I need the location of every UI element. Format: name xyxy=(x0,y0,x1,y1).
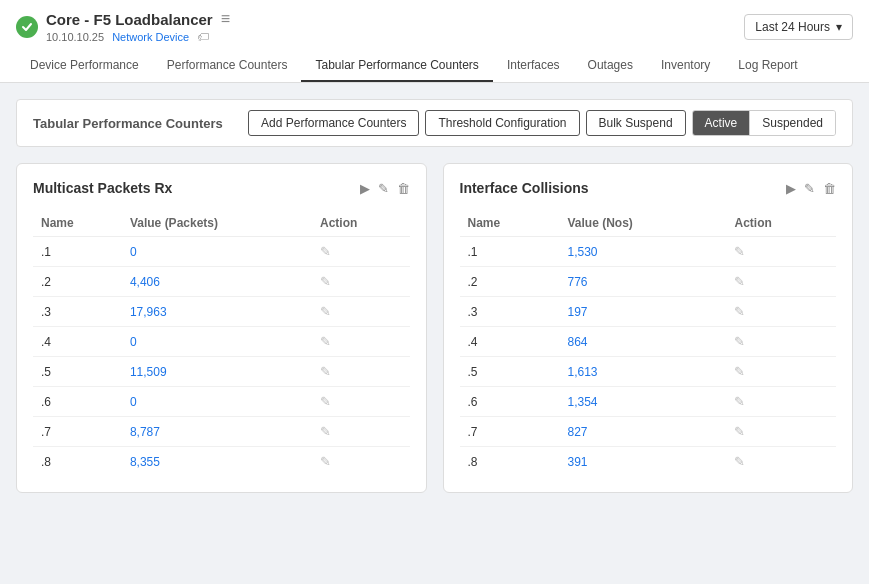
row-name: .6 xyxy=(33,387,122,417)
edit-icon[interactable]: ✎ xyxy=(804,181,815,196)
row-name: .7 xyxy=(460,417,560,447)
name-header: Name xyxy=(460,210,560,237)
row-action: ✎ xyxy=(312,447,409,477)
row-name: .2 xyxy=(33,267,122,297)
row-action: ✎ xyxy=(726,387,836,417)
row-name: .4 xyxy=(33,327,122,357)
network-device-link[interactable]: Network Device xyxy=(112,31,189,43)
multicast-table-header: Name Value (Packets) Action xyxy=(33,210,410,237)
row-value[interactable]: 776 xyxy=(559,267,726,297)
row-edit-icon[interactable]: ✎ xyxy=(734,244,745,259)
tab-tabular-performance-counters[interactable]: Tabular Performance Counters xyxy=(301,50,492,82)
row-edit-icon[interactable]: ✎ xyxy=(320,274,331,289)
value-header: Value (Nos) xyxy=(559,210,726,237)
table-row: .1 1,530 ✎ xyxy=(460,237,837,267)
tab-outages[interactable]: Outages xyxy=(574,50,647,82)
row-value[interactable]: 1,530 xyxy=(559,237,726,267)
row-action: ✎ xyxy=(726,357,836,387)
row-value[interactable]: 0 xyxy=(122,387,312,417)
toolbar: Tabular Performance Counters Add Perform… xyxy=(16,99,853,147)
row-value[interactable]: 17,963 xyxy=(122,297,312,327)
tag-icon: 🏷 xyxy=(197,30,209,44)
table-row: .6 1,354 ✎ xyxy=(460,387,837,417)
delete-icon[interactable]: 🗑 xyxy=(397,181,410,196)
toolbar-title: Tabular Performance Counters xyxy=(33,116,223,131)
row-edit-icon[interactable]: ✎ xyxy=(320,334,331,349)
row-value[interactable]: 864 xyxy=(559,327,726,357)
play-icon[interactable]: ▶ xyxy=(786,181,796,196)
nav-tabs: Device Performance Performance Counters … xyxy=(16,50,853,82)
tab-log-report[interactable]: Log Report xyxy=(724,50,811,82)
row-value[interactable]: 197 xyxy=(559,297,726,327)
row-name: .4 xyxy=(460,327,560,357)
play-icon[interactable]: ▶ xyxy=(360,181,370,196)
add-performance-counters-button[interactable]: Add Performance Counters xyxy=(248,110,419,136)
tab-inventory[interactable]: Inventory xyxy=(647,50,724,82)
threshold-configuration-button[interactable]: Threshold Configuration xyxy=(425,110,579,136)
time-selector[interactable]: Last 24 Hours ▾ xyxy=(744,14,853,40)
row-edit-icon[interactable]: ✎ xyxy=(734,394,745,409)
tab-device-performance[interactable]: Device Performance xyxy=(16,50,153,82)
tab-performance-counters[interactable]: Performance Counters xyxy=(153,50,302,82)
row-name: .5 xyxy=(460,357,560,387)
row-value[interactable]: 8,787 xyxy=(122,417,312,447)
tab-interfaces[interactable]: Interfaces xyxy=(493,50,574,82)
row-name: .1 xyxy=(33,237,122,267)
table-row: .1 0 ✎ xyxy=(33,237,410,267)
multicast-packets-rx-card: Multicast Packets Rx ▶ ✎ 🗑 Name Value (P… xyxy=(16,163,427,493)
row-edit-icon[interactable]: ✎ xyxy=(320,424,331,439)
row-value[interactable]: 8,355 xyxy=(122,447,312,477)
row-action: ✎ xyxy=(312,267,409,297)
edit-icon[interactable]: ✎ xyxy=(378,181,389,196)
row-value[interactable]: 4,406 xyxy=(122,267,312,297)
row-action: ✎ xyxy=(726,237,836,267)
row-action: ✎ xyxy=(726,447,836,477)
row-value[interactable]: 1,354 xyxy=(559,387,726,417)
menu-icon[interactable]: ≡ xyxy=(221,10,230,28)
table-row: .4 0 ✎ xyxy=(33,327,410,357)
header-top: Core - F5 Loadbalancer ≡ 10.10.10.25 Net… xyxy=(16,10,853,44)
device-meta: 10.10.10.25 Network Device 🏷 xyxy=(46,30,230,44)
row-name: .3 xyxy=(33,297,122,327)
bulk-suspend-button[interactable]: Bulk Suspend xyxy=(586,110,686,136)
row-action: ✎ xyxy=(312,297,409,327)
row-value[interactable]: 0 xyxy=(122,327,312,357)
row-value[interactable]: 11,509 xyxy=(122,357,312,387)
row-edit-icon[interactable]: ✎ xyxy=(320,244,331,259)
active-button[interactable]: Active xyxy=(693,111,751,135)
row-action: ✎ xyxy=(726,267,836,297)
row-name: .1 xyxy=(460,237,560,267)
row-edit-icon[interactable]: ✎ xyxy=(320,304,331,319)
row-edit-icon[interactable]: ✎ xyxy=(320,364,331,379)
row-edit-icon[interactable]: ✎ xyxy=(320,394,331,409)
collisions-card-actions: ▶ ✎ 🗑 xyxy=(786,181,836,196)
row-name: .2 xyxy=(460,267,560,297)
action-header: Action xyxy=(312,210,409,237)
row-value[interactable]: 0 xyxy=(122,237,312,267)
delete-icon[interactable]: 🗑 xyxy=(823,181,836,196)
multicast-card-actions: ▶ ✎ 🗑 xyxy=(360,181,410,196)
collisions-table-header: Name Value (Nos) Action xyxy=(460,210,837,237)
suspended-button[interactable]: Suspended xyxy=(750,111,835,135)
row-name: .3 xyxy=(460,297,560,327)
row-edit-icon[interactable]: ✎ xyxy=(734,304,745,319)
table-row: .2 776 ✎ xyxy=(460,267,837,297)
row-edit-icon[interactable]: ✎ xyxy=(734,454,745,469)
table-row: .8 8,355 ✎ xyxy=(33,447,410,477)
name-header: Name xyxy=(33,210,122,237)
action-header: Action xyxy=(726,210,836,237)
row-edit-icon[interactable]: ✎ xyxy=(320,454,331,469)
chevron-down-icon: ▾ xyxy=(836,20,842,34)
row-edit-icon[interactable]: ✎ xyxy=(734,334,745,349)
row-edit-icon[interactable]: ✎ xyxy=(734,424,745,439)
row-value[interactable]: 391 xyxy=(559,447,726,477)
row-name: .8 xyxy=(460,447,560,477)
table-row: .4 864 ✎ xyxy=(460,327,837,357)
row-value[interactable]: 1,613 xyxy=(559,357,726,387)
row-value[interactable]: 827 xyxy=(559,417,726,447)
row-edit-icon[interactable]: ✎ xyxy=(734,364,745,379)
row-name: .5 xyxy=(33,357,122,387)
row-action: ✎ xyxy=(312,387,409,417)
device-title: Core - F5 Loadbalancer xyxy=(46,11,213,28)
row-edit-icon[interactable]: ✎ xyxy=(734,274,745,289)
